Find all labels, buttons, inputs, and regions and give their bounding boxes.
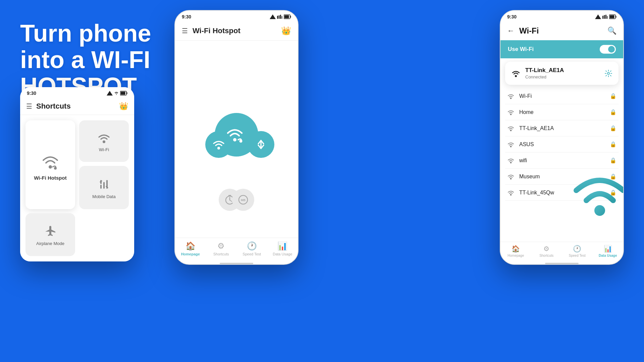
crown-icon[interactable]: 👑 [119,102,128,111]
data-bubble[interactable] [248,131,274,158]
svg-line-21 [230,200,232,201]
svg-rect-31 [610,15,614,18]
center-crown-icon[interactable]: 👑 [281,26,291,36]
wifi-toggle[interactable] [600,45,616,54]
right-homepage-label: Homepage [507,254,524,257]
svg-point-16 [239,140,243,143]
right-nav-speedtest[interactable]: 🕐 Speed Test [562,245,593,257]
svg-rect-8 [277,16,278,19]
back-icon[interactable]: ← [507,26,515,35]
right-nav-datausage[interactable]: 📊 Data Usage [593,245,624,257]
left-phone: 9:30 ☰ Shortcuts 👑 [20,87,134,261]
homepage-nav-icon: 🏠 [185,241,196,251]
svg-point-33 [515,75,517,77]
svg-rect-26 [602,16,603,19]
wifi-name-4: wifi [519,158,605,164]
search-icon[interactable]: 🔍 [607,26,616,35]
shortcut-airplane[interactable]: Airplane Mode [25,213,75,256]
svg-marker-7 [270,14,276,19]
transfer-bubble-icon [254,137,268,152]
svg-point-5 [54,167,57,170]
shortcut-wifi-label: Wi-Fi [99,147,109,152]
wifi-list-signal-3 [507,141,515,147]
center-4g-icon [277,15,282,19]
wifi-hotspot-icon [39,152,62,172]
svg-rect-32 [616,16,616,18]
datausage-nav-icon: 📊 [277,241,287,251]
svg-rect-2 [121,92,125,95]
wifi-list-item-0[interactable]: Wi-Fi 🔒 [505,88,619,104]
nav-speed-test[interactable]: 🕐 Speed Test [236,241,267,256]
speedtest-nav-label: Speed Test [243,252,261,256]
right-speedtest-label: Speed Test [569,254,586,257]
wifi-name-2: TT-Link_AE1A [519,125,605,131]
wifi-list-item-4[interactable]: wifi 🔒 [505,153,619,169]
menu-icon[interactable]: ☰ [26,102,32,110]
lock-icon-4: 🔒 [610,157,616,164]
right-time: 9:30 [507,14,517,19]
wifi-list-signal-5 [507,174,515,180]
shortcut-mobile-data[interactable]: Mobile Data [79,166,129,209]
wifi-name-0: Wi-Fi [519,93,605,99]
wifi-list-item-3[interactable]: ASUS 🔒 [505,136,619,153]
svg-point-4 [49,165,52,169]
mb-icon: MB [237,194,249,205]
nav-data-usage[interactable]: 📊 Data Usage [267,241,298,256]
right-battery-icon [609,14,616,19]
left-app-bar: ☰ Shortcuts 👑 [20,98,134,115]
right-signal-icon [595,14,601,19]
wifi-status-icon [114,91,119,96]
right-app-title: Wi-Fi [519,26,607,36]
airplane-icon [44,225,57,238]
wifi-bubble-icon [211,138,226,150]
wifi-list-item-5[interactable]: Museum 🔒 [505,169,619,185]
wifi-list-item-6[interactable]: TT-Link_45Qw 🔒 [505,185,619,201]
svg-point-39 [510,162,512,163]
nav-shortcuts[interactable]: ⚙ Shortcuts [206,241,237,256]
shortcut-wifi-hotspot[interactable]: Wi-Fi Hotspot [25,120,75,209]
right-nav-shortcuts[interactable]: ⚙ Shortcuts [531,245,562,257]
right-nav-homepage[interactable]: 🏠 Homepage [500,245,531,257]
connected-network-card[interactable]: TT-Link_AE1A Connected [505,62,619,85]
shortcuts-grid: Wi-Fi Hotspot Wi-Fi [20,115,134,261]
center-app-bar: ☰ Wi-Fi Hotspot 👑 [175,21,298,41]
right-datausage-icon: 📊 [604,245,612,253]
wifi-list-item-1[interactable]: Home 🔒 [505,104,619,120]
network-settings-icon[interactable] [604,69,612,77]
connected-wifi-icon [511,69,521,77]
svg-marker-0 [107,91,113,96]
right-bottom-nav: 🏠 Homepage ⚙ Shortcuts 🕐 Speed Test 📊 Da… [500,242,623,261]
wifi-icon-small [97,132,111,144]
wifi-name-1: Home [519,109,605,115]
center-app-title: Wi-Fi Hotspot [193,26,281,35]
left-status-icons [107,91,127,96]
wifi-list-item-2[interactable]: TT-Link_AE1A 🔒 [505,120,619,136]
shortcut-mobile-label: Mobile Data [92,194,115,199]
shortcuts-nav-label: Shortcuts [213,252,229,256]
svg-point-34 [607,72,609,74]
right-shortcuts-label: Shortcuts [539,254,553,257]
svg-rect-10 [280,15,281,19]
left-app-title: Shortcuts [36,102,119,111]
center-battery-icon [284,14,291,19]
svg-point-35 [510,97,512,99]
connected-signal-icon [511,69,521,77]
wifi-list-signal-1 [507,109,515,115]
connected-info: TT-Link_AE1A Connected [525,67,600,79]
center-status-icons [270,14,291,19]
center-menu-icon[interactable]: ☰ [182,27,188,35]
nav-homepage[interactable]: 🏠 Homepage [175,241,206,256]
wifi-list-signal-2 [507,125,515,131]
homepage-nav-label: Homepage [181,252,200,256]
svg-point-37 [510,129,512,131]
lock-icon-3: 🔒 [610,141,616,147]
bottom-handle [220,263,253,264]
mobile-data-icon [98,178,110,191]
wifi-bubble[interactable] [205,131,232,158]
lock-icon-2: 🔒 [610,125,616,131]
shortcut-wifi[interactable]: Wi-Fi [79,120,129,162]
center-status-bar: 9:30 [175,11,298,21]
right-bars-icon [602,15,608,19]
svg-point-41 [510,194,512,195]
mb-bubble[interactable]: MB [232,189,254,211]
